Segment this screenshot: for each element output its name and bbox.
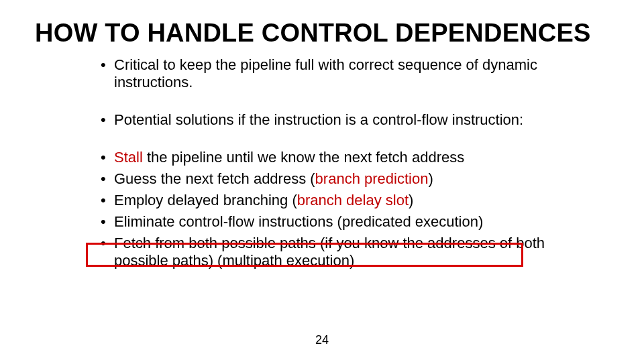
bullet-text: ) [428,170,433,187]
bullet-text: the pipeline until we know the next fetc… [143,149,464,166]
bullet-item: Critical to keep the pipeline full with … [101,56,584,91]
bullet-item: Potential solutions if the instruction i… [101,111,584,129]
slide-body: Critical to keep the pipeline full with … [101,56,584,274]
accent-text: branch prediction [315,170,429,187]
accent-text: branch delay slot [297,192,409,208]
page-number: 24 [0,333,644,347]
bullet-item: Guess the next fetch address (branch pre… [101,170,584,188]
accent-text: Stall [114,149,143,166]
bullet-item: Stall the pipeline until we know the nex… [101,149,584,166]
slide: HOW TO HANDLE CONTROL DEPENDENCES Critic… [0,0,644,362]
bullet-text: Guess the next fetch address ( [114,170,315,187]
bullet-text: Employ delayed branching ( [114,192,297,208]
highlight-rectangle [86,243,523,267]
bullet-item: Employ delayed branching (branch delay s… [101,192,584,209]
bullet-text: ) [409,192,413,208]
bullet-list: Critical to keep the pipeline full with … [101,56,584,269]
slide-title: HOW TO HANDLE CONTROL DEPENDENCES [35,19,591,48]
bullet-item-highlighted: Eliminate control-flow instructions (pre… [101,213,584,231]
